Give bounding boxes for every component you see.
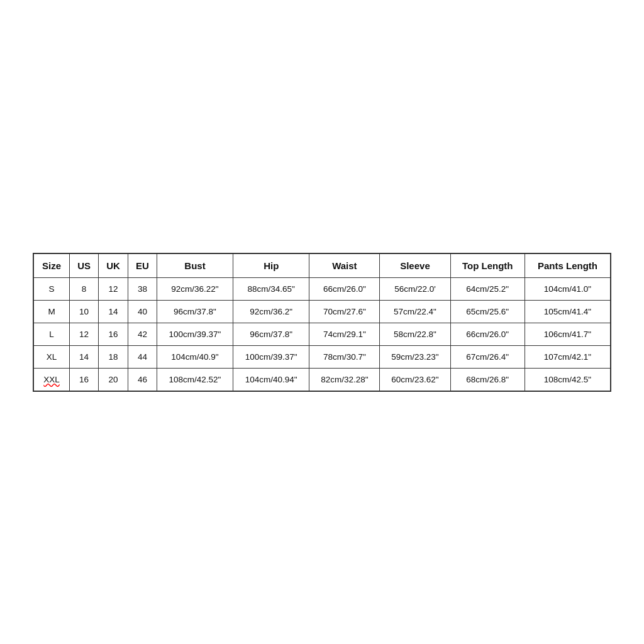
cell-uk-row-3: 18: [99, 345, 128, 368]
cell-size-row-0: S: [34, 277, 70, 300]
col-header-uk: UK: [99, 253, 128, 277]
cell-bust-row-0: 92cm/36.22": [157, 277, 233, 300]
cell-us-row-0: 8: [70, 277, 99, 300]
cell-eu-row-1: 40: [128, 300, 157, 323]
cell-top_length-row-0: 64cm/25.2": [450, 277, 525, 300]
cell-size-row-2: L: [34, 323, 70, 345]
cell-sleeve-row-3: 59cm/23.23": [380, 345, 450, 368]
col-header-sleeve: Sleeve: [380, 253, 450, 277]
cell-eu-row-3: 44: [128, 345, 157, 368]
cell-pants_length-row-3: 107cm/42.1": [525, 345, 610, 368]
col-header-eu: EU: [128, 253, 157, 277]
cell-eu-row-0: 38: [128, 277, 157, 300]
cell-hip-row-0: 88cm/34.65": [233, 277, 309, 300]
cell-bust-row-3: 104cm/40.9": [157, 345, 233, 368]
cell-pants_length-row-1: 105cm/41.4": [525, 300, 610, 323]
cell-waist-row-4: 82cm/32.28": [309, 368, 380, 391]
cell-pants_length-row-2: 106cm/41.7": [525, 323, 610, 345]
table-row: M10144096cm/37.8"92cm/36.2"70cm/27.6"57c…: [34, 300, 611, 323]
cell-hip-row-1: 92cm/36.2": [233, 300, 309, 323]
cell-sleeve-row-4: 60cm/23.62": [380, 368, 450, 391]
cell-us-row-4: 16: [70, 368, 99, 391]
cell-pants_length-row-0: 104cm/41.0": [525, 277, 610, 300]
col-header-top-length: Top Length: [450, 253, 525, 277]
cell-hip-row-4: 104cm/40.94": [233, 368, 309, 391]
col-header-us: US: [70, 253, 99, 277]
cell-size-row-4: XXL: [34, 368, 70, 391]
col-header-bust: Bust: [157, 253, 233, 277]
cell-uk-row-4: 20: [99, 368, 128, 391]
table-row: XL141844104cm/40.9"100cm/39.37"78cm/30.7…: [34, 345, 611, 368]
col-header-waist: Waist: [309, 253, 380, 277]
cell-bust-row-1: 96cm/37.8": [157, 300, 233, 323]
table-row: XXL162046108cm/42.52"104cm/40.94"82cm/32…: [34, 368, 611, 391]
cell-waist-row-2: 74cm/29.1": [309, 323, 380, 345]
col-header-pants-length: Pants Length: [525, 253, 610, 277]
cell-top_length-row-1: 65cm/25.6": [450, 300, 525, 323]
size-chart-container: Size US UK EU Bust Hip Waist Sleeve Top …: [33, 253, 611, 392]
cell-us-row-3: 14: [70, 345, 99, 368]
cell-size-row-1: M: [34, 300, 70, 323]
table-row: L121642100cm/39.37"96cm/37.8"74cm/29.1"5…: [34, 323, 611, 345]
cell-bust-row-2: 100cm/39.37": [157, 323, 233, 345]
cell-us-row-1: 10: [70, 300, 99, 323]
cell-sleeve-row-2: 58cm/22.8": [380, 323, 450, 345]
cell-hip-row-2: 96cm/37.8": [233, 323, 309, 345]
col-header-hip: Hip: [233, 253, 309, 277]
cell-us-row-2: 12: [70, 323, 99, 345]
col-header-size: Size: [34, 253, 70, 277]
table-row: S8123892cm/36.22"88cm/34.65"66cm/26.0"56…: [34, 277, 611, 300]
cell-waist-row-0: 66cm/26.0": [309, 277, 380, 300]
cell-uk-row-0: 12: [99, 277, 128, 300]
cell-top_length-row-4: 68cm/26.8": [450, 368, 525, 391]
cell-waist-row-3: 78cm/30.7": [309, 345, 380, 368]
cell-uk-row-2: 16: [99, 323, 128, 345]
cell-eu-row-4: 46: [128, 368, 157, 391]
size-chart-table: Size US UK EU Bust Hip Waist Sleeve Top …: [33, 253, 611, 391]
table-header-row: Size US UK EU Bust Hip Waist Sleeve Top …: [34, 253, 611, 277]
cell-sleeve-row-1: 57cm/22.4": [380, 300, 450, 323]
cell-sleeve-row-0: 56cm/22.0': [380, 277, 450, 300]
cell-pants_length-row-4: 108cm/42.5": [525, 368, 610, 391]
cell-waist-row-1: 70cm/27.6": [309, 300, 380, 323]
cell-hip-row-3: 100cm/39.37": [233, 345, 309, 368]
cell-uk-row-1: 14: [99, 300, 128, 323]
cell-size-row-3: XL: [34, 345, 70, 368]
cell-eu-row-2: 42: [128, 323, 157, 345]
cell-bust-row-4: 108cm/42.52": [157, 368, 233, 391]
cell-top_length-row-2: 66cm/26.0": [450, 323, 525, 345]
cell-top_length-row-3: 67cm/26.4": [450, 345, 525, 368]
